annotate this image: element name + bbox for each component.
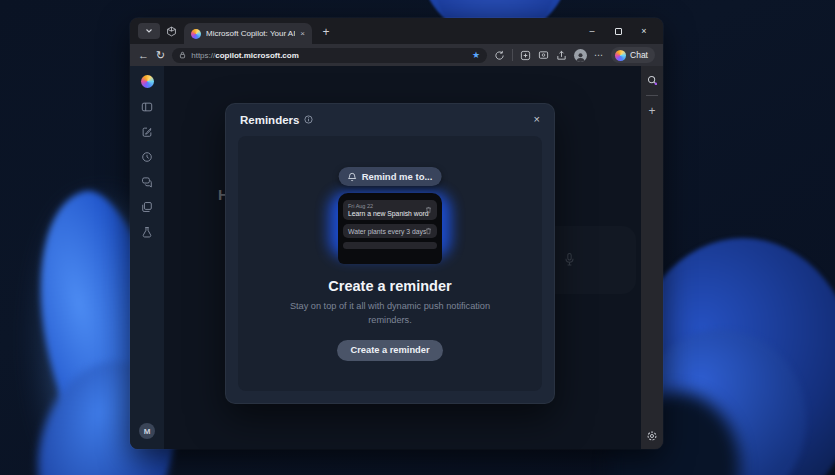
browser-window: Microsoft Copilot: Your AI compan × + – … [130, 18, 663, 449]
pages-icon[interactable] [141, 201, 153, 213]
bell-icon [348, 172, 357, 182]
tab-search-button[interactable] [138, 23, 160, 39]
tab-strip: Microsoft Copilot: Your AI compan × + – … [130, 18, 663, 44]
modal-title: Reminders [240, 114, 299, 126]
sidebar-panel-icon[interactable] [141, 101, 153, 113]
chevron-down-icon [145, 27, 153, 35]
phone-mockup: Fri Aug 22 Learn a new Spanish word Wate… [338, 193, 442, 264]
browser-content: M H re + [130, 66, 663, 449]
toolbar-divider [512, 49, 513, 61]
reminder-text: Learn a new Spanish word [348, 210, 421, 217]
workspaces-button[interactable] [162, 23, 180, 39]
reminder-date: Fri Aug 22 [348, 203, 421, 209]
modal-heading: Create a reminder [328, 278, 451, 294]
chats-icon[interactable] [141, 176, 153, 188]
back-button[interactable]: ← [138, 50, 149, 61]
reminder-card: Water plants every 3 days [343, 224, 437, 238]
lock-icon [179, 51, 186, 59]
user-avatar[interactable]: M [139, 423, 155, 439]
share-icon[interactable] [556, 50, 567, 61]
trash-icon [425, 227, 432, 235]
modal-description: Stay on top of it all with dynamic push … [288, 300, 493, 328]
desktop: Microsoft Copilot: Your AI compan × + – … [0, 0, 835, 475]
new-tab-button[interactable]: + [316, 22, 336, 42]
gear-icon[interactable] [646, 430, 658, 442]
tab-title: Microsoft Copilot: Your AI compan [206, 29, 295, 38]
new-chat-icon[interactable] [141, 126, 153, 138]
reminder-illustration: Remind me to... Fri Aug 22 Learn a new S… [324, 167, 456, 264]
reminder-card: Fri Aug 22 Learn a new Spanish word [343, 200, 437, 220]
copilot-chat-button[interactable]: Chat [611, 47, 655, 63]
trash-icon [425, 206, 432, 214]
modal-close-icon[interactable]: × [534, 114, 540, 125]
close-window-button[interactable]: × [631, 20, 657, 42]
web-capture-icon[interactable] [538, 50, 549, 61]
info-icon[interactable] [304, 115, 313, 124]
edge-sidebar-rail: + [641, 66, 663, 449]
minimize-button[interactable]: – [579, 20, 605, 42]
copilot-favicon [191, 29, 201, 39]
modal-body: Remind me to... Fri Aug 22 Learn a new S… [238, 136, 542, 391]
reminders-modal: Reminders × Remind me to... [225, 103, 555, 404]
sidebar-search-icon[interactable] [647, 75, 658, 86]
profile-avatar[interactable] [574, 49, 587, 62]
labs-flask-icon[interactable] [141, 226, 153, 238]
browser-toolbar: ← ↻ https://copilot.microsoft.com ★ [130, 44, 663, 66]
favorite-star-icon[interactable]: ★ [472, 51, 480, 60]
url-text: https://copilot.microsoft.com [191, 51, 299, 60]
copilot-logo-icon[interactable] [141, 75, 154, 88]
copilot-sidebar: M [130, 66, 164, 449]
sync-icon[interactable] [494, 50, 505, 61]
modal-header: Reminders × [226, 104, 554, 135]
sidebar-add-icon[interactable]: + [648, 105, 655, 117]
refresh-button[interactable]: ↻ [156, 50, 165, 61]
browser-tab-copilot[interactable]: Microsoft Copilot: Your AI compan × [184, 23, 312, 44]
tab-close-icon[interactable]: × [300, 30, 305, 38]
chat-label: Chat [630, 50, 648, 60]
history-icon[interactable] [141, 151, 153, 163]
address-bar[interactable]: https://copilot.microsoft.com ★ [172, 48, 487, 63]
more-menu-icon[interactable]: ⋯ [594, 50, 604, 60]
reminder-text: Water plants every 3 days [348, 228, 421, 235]
maximize-button[interactable] [605, 20, 631, 42]
chip-label: Remind me to... [362, 171, 433, 182]
sidebar-divider [646, 95, 658, 96]
workspaces-icon [166, 26, 177, 37]
reminder-card-partial [343, 242, 437, 249]
maximize-icon [615, 28, 622, 35]
remind-me-chip: Remind me to... [339, 167, 442, 186]
collections-icon[interactable] [520, 50, 531, 61]
create-reminder-button[interactable]: Create a reminder [337, 340, 442, 361]
copilot-icon [615, 50, 626, 61]
